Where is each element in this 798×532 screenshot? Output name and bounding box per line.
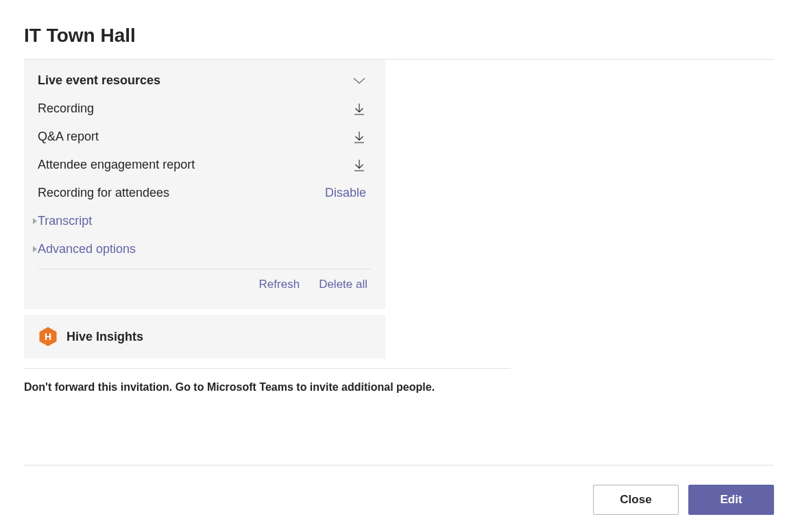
download-icon[interactable] [352,130,366,144]
live-event-resources-panel: Live event resources Recording Q&A repor… [24,60,385,309]
resource-row-qa-report: Q&A report [24,123,385,151]
page-title: IT Town Hall [0,0,798,59]
button-row: Close Edit [0,466,798,515]
close-button[interactable]: Close [593,485,679,515]
transcript-expand[interactable]: Transcript [24,207,385,235]
expand-label: Advanced options [38,242,136,256]
invitation-info-text: Don't forward this invitation. Go to Mic… [0,369,798,394]
resource-label: Q&A report [38,130,99,144]
edit-button[interactable]: Edit [688,485,774,515]
triangle-right-icon [32,217,38,225]
resource-label: Attendee engagement report [38,158,195,172]
resource-row-recording: Recording [24,95,385,123]
download-icon[interactable] [352,158,366,172]
svg-text:H: H [45,331,51,342]
hive-title: Hive Insights [66,330,143,344]
resources-title: Live event resources [38,73,160,88]
disable-link[interactable]: Disable [325,186,366,200]
refresh-link[interactable]: Refresh [259,278,300,291]
advanced-options-expand[interactable]: Advanced options [24,235,385,263]
triangle-right-icon [32,245,38,253]
resource-label: Recording [38,101,94,116]
expand-label: Transcript [38,214,92,228]
panel-footer: Refresh Delete all [24,269,385,291]
hive-logo-icon: H [38,326,58,347]
resource-row-recording-attendees: Recording for attendees Disable [24,179,385,207]
chevron-down-icon[interactable] [352,74,366,88]
resource-label: Recording for attendees [38,186,169,200]
delete-all-link[interactable]: Delete all [319,278,367,291]
hive-insights-panel[interactable]: H Hive Insights [24,315,385,359]
resource-row-engagement: Attendee engagement report [24,151,385,179]
download-icon[interactable] [352,102,366,116]
resources-header[interactable]: Live event resources [24,60,385,95]
